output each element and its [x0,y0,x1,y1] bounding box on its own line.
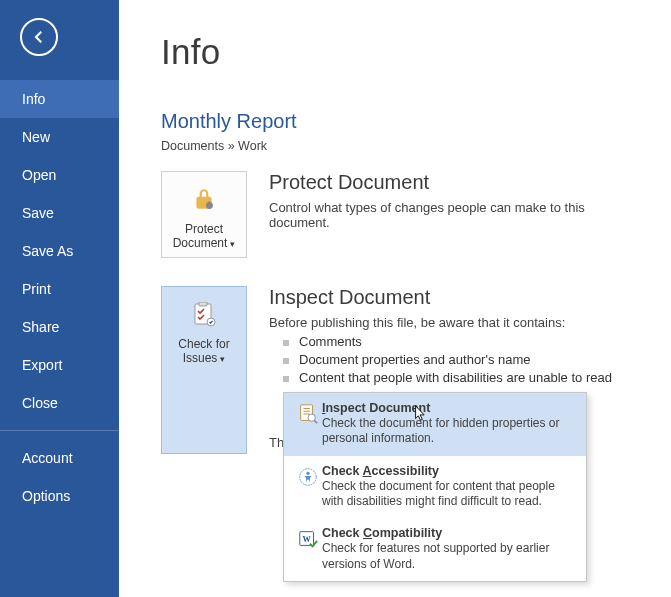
chevron-down-icon: ▾ [220,354,225,364]
svg-rect-3 [199,302,207,306]
svg-point-9 [308,414,315,421]
word-check-icon: W [294,526,322,572]
nav-open[interactable]: Open [0,156,119,194]
document-title: Monthly Report [161,110,641,133]
back-button[interactable] [20,18,58,56]
tile-label-2: Issues [183,351,218,365]
backstage-view: Info New Open Save Save As Print Share E… [0,0,671,597]
svg-point-12 [306,471,309,474]
protect-section: Protect Document▾ Protect Document Contr… [161,171,641,258]
tile-label: Protect [185,222,223,236]
accessibility-icon [294,464,322,510]
protect-description: Control what types of changes people can… [269,200,641,230]
menu-check-compatibility[interactable]: W Check Compatibility Check for features… [284,518,586,581]
protect-document-button[interactable]: Protect Document▾ [161,171,247,258]
bullet-text: Document properties and author's name [299,352,531,367]
protect-heading: Protect Document [269,171,641,194]
tile-label-2: Document [173,236,228,250]
document-search-icon [294,401,322,447]
bullet-text: Content that people with disabilities ar… [299,370,612,385]
nav-print[interactable]: Print [0,270,119,308]
bullet-icon [283,340,289,346]
nav-options[interactable]: Options [0,477,119,515]
bullet-icon [283,358,289,364]
svg-text:W: W [303,535,312,544]
menu-item-desc: Check the document for hidden properties… [322,416,576,447]
bullet-item: Comments [269,334,641,349]
menu-inspect-document[interactable]: Inspect Document Check the document for … [284,393,586,456]
inspect-heading: Inspect Document [269,286,641,309]
menu-item-title: Check Compatibility [322,526,576,540]
bullet-item: Document properties and author's name [269,352,641,367]
svg-line-10 [314,420,317,423]
chevron-down-icon: ▾ [230,239,235,249]
nav-share[interactable]: Share [0,308,119,346]
nav-export[interactable]: Export [0,346,119,384]
nav-close[interactable]: Close [0,384,119,422]
page-title: Info [161,32,641,72]
main-panel: Info Monthly Report Documents » Work Pro… [119,0,671,597]
nav-account[interactable]: Account [0,439,119,477]
check-issues-dropdown: Inspect Document Check the document for … [283,392,587,582]
sidebar: Info New Open Save Save As Print Share E… [0,0,119,597]
nav-new[interactable]: New [0,118,119,156]
nav-list: Info New Open Save Save As Print Share E… [0,80,119,515]
inspect-description: Before publishing this file, be aware th… [269,315,641,330]
bullet-item: Content that people with disabilities ar… [269,370,641,385]
bullet-icon [283,376,289,382]
bullet-text: Comments [299,334,362,349]
breadcrumb: Documents » Work [161,139,641,153]
checklist-icon [192,299,216,331]
check-for-issues-button[interactable]: Check for Issues▾ [161,286,247,454]
arrow-left-icon [30,28,48,46]
protect-body: Protect Document Control what types of c… [269,171,641,258]
menu-check-accessibility[interactable]: Check Accessibility Check the document f… [284,456,586,519]
menu-item-title: Check Accessibility [322,464,576,478]
menu-item-desc: Check for features not supported by earl… [322,541,576,572]
divider [0,430,119,431]
nav-save[interactable]: Save [0,194,119,232]
nav-save-as[interactable]: Save As [0,232,119,270]
menu-item-title: Inspect Document [322,401,576,415]
lock-icon [191,184,217,216]
tile-label: Check for [178,337,229,351]
nav-info[interactable]: Info [0,80,119,118]
svg-rect-1 [209,201,211,204]
menu-item-desc: Check the document for content that peop… [322,479,576,510]
